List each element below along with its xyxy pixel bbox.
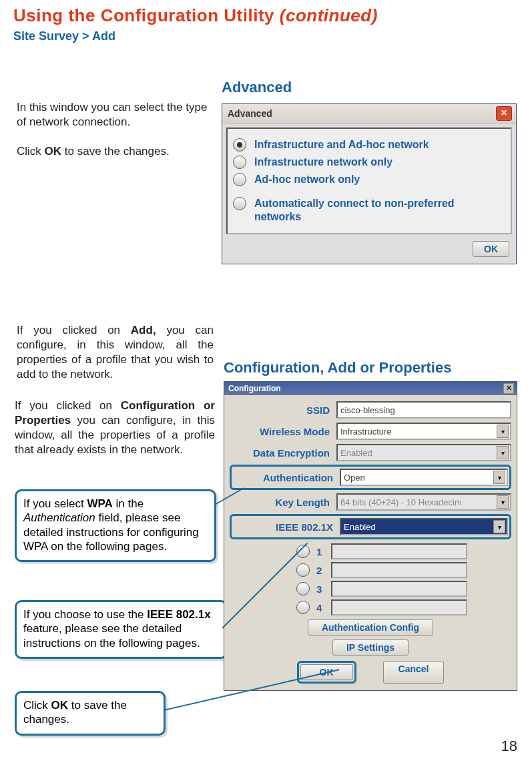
callout-ok: Click OK to save the changes. — [15, 691, 166, 736]
cancel-button[interactable]: Cancel — [383, 661, 445, 684]
radio-icon[interactable] — [296, 582, 310, 595]
radio-icon[interactable] — [233, 173, 246, 186]
title-main: Using the Configuration Utility — [13, 5, 280, 25]
key-row-1[interactable]: 1 — [296, 543, 511, 559]
label-keylength: Key Length — [230, 497, 336, 508]
advanced-title-text: Advanced — [228, 108, 272, 119]
ieee-select[interactable]: Enabled▾ — [340, 518, 508, 535]
key-number: 4 — [316, 602, 326, 613]
authconfig-row: Authentication Config — [230, 619, 511, 635]
page-number: 18 — [501, 738, 517, 755]
page-title: Using the Configuration Utility (continu… — [13, 5, 378, 26]
auth-config-button[interactable]: Authentication Config — [308, 619, 433, 635]
title-italic: (continued) — [280, 5, 378, 25]
radio-row-infra-only[interactable]: Infrastructure network only — [233, 156, 505, 169]
ok-cancel-row: OK Cancel — [230, 661, 511, 684]
row-encryption: Data Encryption Enabled▾ — [230, 443, 511, 462]
ipsettings-row: IP Settings — [230, 640, 511, 656]
encryption-select[interactable]: Enabled▾ — [336, 444, 511, 461]
advanced-dialog: Advanced ✕ Infrastructure and Ad-hoc net… — [222, 103, 517, 264]
advanced-ok-row: OK — [222, 238, 516, 264]
close-icon[interactable]: ✕ — [503, 383, 514, 394]
text-config-or-properties: If you clicked on Configuration or Prope… — [15, 399, 215, 457]
advanced-titlebar: Advanced ✕ — [222, 104, 516, 123]
row-authentication-highlight: Authentication Open▾ — [230, 465, 511, 490]
section-advanced-heading: Advanced — [222, 79, 292, 96]
key-row-2[interactable]: 2 — [296, 562, 511, 578]
configuration-titlebar: Configuration ✕ — [224, 382, 517, 395]
auth-select[interactable]: Open▾ — [340, 469, 508, 486]
configuration-title-text: Configuration — [228, 384, 281, 393]
radio-label: Ad-hoc network only — [254, 173, 360, 186]
ip-settings-button[interactable]: IP Settings — [332, 640, 409, 656]
callout-ieee: If you choose to use the IEEE 802.1x fea… — [15, 600, 228, 659]
section-config-heading: Configuration, Add or Properties — [224, 359, 451, 376]
label-authentication: Authentication — [233, 472, 340, 483]
label-ssid: SSID — [230, 405, 336, 416]
close-icon[interactable]: ✕ — [496, 106, 512, 121]
label-ieee: IEEE 802.1X — [233, 521, 340, 533]
chevron-down-icon[interactable]: ▾ — [493, 520, 505, 533]
radio-row-infra-adhoc[interactable]: Infrastructure and Ad-hoc network — [233, 138, 505, 152]
keylength-select[interactable]: 64 bits (40+24) - 10 Hexadecim▾ — [336, 493, 511, 511]
key-number: 1 — [316, 546, 326, 557]
ok-button[interactable]: OK — [473, 241, 509, 257]
breadcrumb: Site Survey > Add — [13, 29, 115, 43]
chevron-down-icon[interactable]: ▾ — [497, 495, 509, 509]
key-row-3[interactable]: 3 — [296, 581, 511, 597]
row-ieee-highlight: IEEE 802.1X Enabled▾ — [230, 514, 511, 539]
key-number: 2 — [316, 565, 326, 576]
text-click-ok-1: Click OK to save the changes. — [17, 144, 214, 159]
radio-row-adhoc-only[interactable]: Ad-hoc network only — [233, 173, 505, 186]
text-add-profile: If you clicked on Add, you can configure… — [17, 323, 214, 382]
key-field[interactable] — [331, 599, 467, 615]
chevron-down-icon[interactable]: ▾ — [497, 425, 509, 438]
radio-label: Automatically connect to non-preferred n… — [254, 197, 495, 224]
label-encryption: Data Encryption — [230, 447, 336, 459]
text-connection-type: In this window you can select the type o… — [17, 100, 214, 130]
key-field[interactable] — [331, 581, 467, 597]
label-mode: Wireless Mode — [230, 426, 336, 437]
row-mode: Wireless Mode Infrastructure▾ — [230, 422, 511, 441]
row-keylength: Key Length 64 bits (40+24) - 10 Hexadeci… — [230, 493, 511, 511]
radio-row-auto-connect[interactable]: Automatically connect to non-preferred n… — [233, 197, 505, 224]
radio-label: Infrastructure and Ad-hoc network — [254, 138, 429, 152]
radio-icon[interactable] — [233, 156, 246, 169]
configuration-dialog: Configuration ✕ SSID cisco-blessing Wire… — [224, 381, 517, 691]
key-field[interactable] — [331, 562, 467, 578]
ssid-field[interactable]: cisco-blessing — [336, 401, 511, 419]
radio-icon[interactable] — [296, 601, 310, 614]
callout-wpa: If you select WPA in the Authentication … — [15, 489, 216, 562]
mode-select[interactable]: Infrastructure▾ — [336, 423, 511, 440]
configuration-body: SSID cisco-blessing Wireless Mode Infras… — [224, 395, 517, 690]
radio-icon[interactable] — [296, 563, 310, 577]
radio-icon[interactable] — [233, 197, 246, 210]
radio-label: Infrastructure network only — [254, 156, 392, 169]
advanced-group: Infrastructure and Ad-hoc network Infras… — [226, 127, 512, 234]
chevron-down-icon[interactable]: ▾ — [497, 446, 509, 459]
row-ssid: SSID cisco-blessing — [230, 401, 511, 419]
key-field[interactable] — [331, 543, 467, 559]
radio-icon[interactable] — [233, 138, 246, 152]
key-number: 3 — [316, 583, 326, 595]
key-row-4[interactable]: 4 — [296, 599, 511, 615]
chevron-down-icon[interactable]: ▾ — [493, 471, 505, 484]
